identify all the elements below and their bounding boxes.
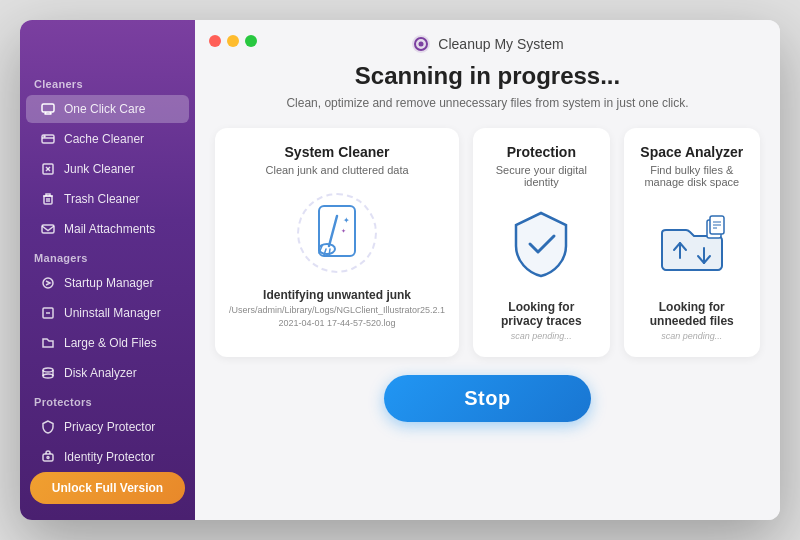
- sidebar-item-junk-cleaner[interactable]: Junk Cleaner: [26, 155, 189, 183]
- sidebar-item-one-click-care[interactable]: One Click Care: [26, 95, 189, 123]
- protection-subtitle: Secure your digital identity: [487, 164, 595, 188]
- sidebar-item-label: One Click Care: [64, 102, 145, 116]
- system-cleaner-illustration: ✦ ✦: [292, 188, 382, 278]
- close-button[interactable]: [209, 35, 221, 47]
- system-cleaner-title: System Cleaner: [285, 144, 390, 160]
- sidebar-item-label: Disk Analyzer: [64, 366, 137, 380]
- main-body: Scanning in progress... Clean, optimize …: [195, 62, 780, 520]
- trash-icon: [40, 191, 56, 207]
- space-analyzer-detail: scan pending...: [661, 330, 722, 343]
- mail-icon: [40, 221, 56, 237]
- junk-icon: [40, 161, 56, 177]
- protectors-section-label: Protectors: [20, 388, 195, 412]
- sidebar-item-label: Identity Protector: [64, 450, 155, 464]
- shield-icon: [506, 208, 576, 283]
- space-analyzer-status: Looking for unneeded files: [638, 300, 746, 328]
- protection-title: Protection: [507, 144, 576, 160]
- uninstall-icon: [40, 305, 56, 321]
- svg-point-22: [47, 457, 49, 459]
- system-cleaner-detail: /Users/admin/Library/Logs/NGLClient_Illu…: [229, 304, 445, 329]
- maximize-button[interactable]: [245, 35, 257, 47]
- svg-point-6: [44, 136, 45, 137]
- sidebar-item-privacy-protector[interactable]: Privacy Protector: [26, 413, 189, 441]
- app-title: Cleanup My System: [438, 36, 563, 52]
- protection-status: Looking for privacy traces: [487, 300, 595, 328]
- cleaners-section-label: Cleaners: [20, 70, 195, 94]
- monitor-icon: [40, 101, 56, 117]
- cache-icon: [40, 131, 56, 147]
- sidebar-bottom: Unlock Full Version: [20, 472, 195, 504]
- protection-card: Protection Secure your digital identity …: [473, 128, 609, 357]
- unlock-full-version-button[interactable]: Unlock Full Version: [30, 472, 185, 504]
- sidebar-item-label: Cache Cleaner: [64, 132, 144, 146]
- svg-rect-10: [44, 196, 52, 204]
- stop-button[interactable]: Stop: [384, 375, 590, 422]
- space-analyzer-illustration: [647, 200, 737, 290]
- sidebar-item-identity-protector[interactable]: Identity Protector: [26, 443, 189, 471]
- sidebar-item-label: Uninstall Manager: [64, 306, 161, 320]
- privacy-icon: [40, 419, 56, 435]
- space-analyzer-subtitle: Find bulky files & manage disk space: [638, 164, 746, 188]
- space-analyzer-title: Space Analyzer: [640, 144, 743, 160]
- app-icon: [411, 34, 431, 54]
- sidebar-item-mail-attachments[interactable]: Mail Attachments: [26, 215, 189, 243]
- minimize-button[interactable]: [227, 35, 239, 47]
- sidebar: Cleaners One Click Care Cache Cl: [20, 20, 195, 520]
- svg-point-20: [43, 368, 53, 372]
- managers-section-label: Managers: [20, 244, 195, 268]
- sidebar-item-large-old-files[interactable]: Large & Old Files: [26, 329, 189, 357]
- sidebar-item-uninstall-manager[interactable]: Uninstall Manager: [26, 299, 189, 327]
- sidebar-item-startup-manager[interactable]: Startup Manager: [26, 269, 189, 297]
- sidebar-item-label: Privacy Protector: [64, 420, 155, 434]
- sidebar-item-trash-cleaner[interactable]: Trash Cleaner: [26, 185, 189, 213]
- sidebar-item-disk-analyzer[interactable]: Disk Analyzer: [26, 359, 189, 387]
- protection-illustration: [496, 200, 586, 290]
- main-content-area: Cleanup My System Scanning in progress..…: [195, 20, 780, 520]
- svg-rect-0: [42, 104, 54, 112]
- folder-icon: [652, 208, 732, 283]
- svg-point-17: [43, 374, 53, 378]
- system-cleaner-subtitle: Clean junk and cluttered data: [266, 164, 409, 176]
- identity-icon: [40, 449, 56, 465]
- sidebar-item-label: Mail Attachments: [64, 222, 155, 236]
- sidebar-item-cache-cleaner[interactable]: Cache Cleaner: [26, 125, 189, 153]
- system-cleaner-card: System Cleaner Clean junk and cluttered …: [215, 128, 459, 357]
- main-window: Cleaners One Click Care Cache Cl: [20, 20, 780, 520]
- scanning-subtitle: Clean, optimize and remove unnecessary f…: [286, 96, 688, 110]
- files-icon: [40, 335, 56, 351]
- sidebar-item-label: Large & Old Files: [64, 336, 157, 350]
- sidebar-item-label: Trash Cleaner: [64, 192, 140, 206]
- disk-icon: [40, 365, 56, 381]
- svg-rect-13: [42, 225, 54, 233]
- space-analyzer-card: Space Analyzer Find bulky files & manage…: [624, 128, 760, 357]
- protection-detail: scan pending...: [511, 330, 572, 343]
- cards-container: System Cleaner Clean junk and cluttered …: [215, 128, 760, 357]
- system-cleaner-status: Identifying unwanted junk: [263, 288, 411, 302]
- sidebar-item-label: Startup Manager: [64, 276, 153, 290]
- svg-point-25: [419, 42, 424, 47]
- sidebar-item-label: Junk Cleaner: [64, 162, 135, 176]
- scanning-title: Scanning in progress...: [355, 62, 620, 90]
- startup-icon: [40, 275, 56, 291]
- svg-rect-21: [43, 454, 53, 461]
- spin-animation: [297, 193, 377, 273]
